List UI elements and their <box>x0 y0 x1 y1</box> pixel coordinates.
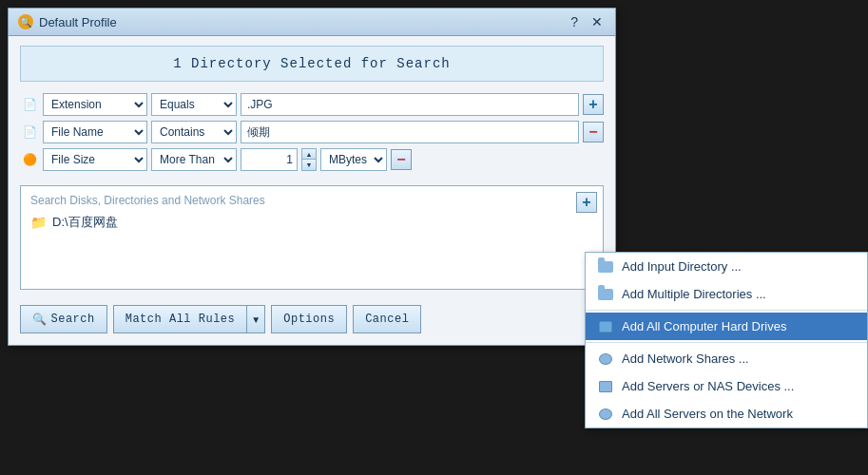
menu-label-add-network-shares: Add Network Shares ... <box>622 352 749 366</box>
folder-add-icon <box>597 260 614 274</box>
folder-icon: 📁 <box>30 215 47 230</box>
filename-field-select[interactable]: File Name <box>43 121 147 143</box>
search-label: Search <box>51 313 95 326</box>
menu-label-add-all-servers: Add All Servers on the Network <box>622 407 793 421</box>
app-icon: 🔍 <box>18 14 33 29</box>
title-bar: 🔍 Default Profile ? ✕ <box>9 9 615 36</box>
filesize-value-input[interactable] <box>241 148 298 171</box>
search-button[interactable]: 🔍 Search <box>20 305 107 333</box>
filter-row-filesize: 🟠 File Size More Than ▲ ▼ MBytes KBytes … <box>20 148 604 171</box>
cancel-button[interactable]: Cancel <box>353 305 421 333</box>
extension-add-button[interactable]: + <box>583 94 604 115</box>
options-button[interactable]: Options <box>271 305 347 333</box>
filename-operator-select[interactable]: Contains <box>151 121 237 143</box>
menu-label-add-all-drives: Add All Computer Hard Drives <box>622 319 786 333</box>
menu-item-add-input-dir[interactable]: Add Input Directory ... <box>586 253 867 280</box>
directory-dropdown-menu: Add Input Directory ... Add Multiple Dir… <box>585 252 868 428</box>
extension-field-select[interactable]: Extension <box>43 93 147 116</box>
network-icon <box>597 352 614 366</box>
menu-item-add-network-shares[interactable]: Add Network Shares ... <box>586 345 867 372</box>
match-rules-main-button[interactable]: Match All Rules <box>113 305 247 333</box>
filter-row-filename: 📄 File Name Contains − <box>20 121 604 143</box>
menu-label-add-multiple-dirs: Add Multiple Directories ... <box>622 287 766 301</box>
filesize-remove-button[interactable]: − <box>391 149 412 170</box>
filesize-icon: 🟠 <box>20 150 39 169</box>
filename-remove-button[interactable]: − <box>583 122 604 142</box>
menu-label-add-servers: Add Servers or NAS Devices ... <box>622 379 794 393</box>
menu-item-add-all-drives[interactable]: Add All Computer Hard Drives <box>586 313 867 340</box>
all-servers-icon <box>597 408 614 421</box>
extension-operator-select[interactable]: Equals <box>151 93 237 116</box>
menu-item-add-multiple-dirs[interactable]: Add Multiple Directories ... <box>586 280 867 308</box>
extension-icon: 📄 <box>20 95 39 114</box>
dialog-title: Default Profile <box>39 15 117 29</box>
title-bar-right: ? ✕ <box>568 14 606 29</box>
menu-item-add-all-servers[interactable]: Add All Servers on the Network <box>586 400 867 428</box>
spin-up-button[interactable]: ▲ <box>302 149 316 160</box>
filename-value-input[interactable] <box>241 121 579 143</box>
directory-add-button[interactable]: + <box>576 192 597 213</box>
folder-multiple-icon <box>597 288 614 301</box>
directory-hint: Search Disks, Directories and Network Sh… <box>21 186 603 211</box>
filesize-unit-select[interactable]: MBytes KBytes Bytes <box>320 148 387 171</box>
menu-label-add-input-dir: Add Input Directory ... <box>622 259 742 274</box>
directory-item: 📁 D:\百度网盘 <box>21 211 603 234</box>
filesize-spinner: ▲ ▼ <box>301 148 317 171</box>
filters-section: 📄 Extension Equals + 📄 File Name Contain… <box>9 89 615 180</box>
close-button[interactable]: ✕ <box>588 14 606 29</box>
match-rules-split-button: Match All Rules ▼ <box>113 305 266 333</box>
server-icon <box>597 380 614 393</box>
extension-value-input[interactable] <box>241 93 579 116</box>
filename-icon: 📄 <box>20 123 39 142</box>
filesize-operator-select[interactable]: More Than <box>151 148 237 171</box>
info-bar: 1 Directory Selected for Search <box>20 46 604 82</box>
filesize-field-select[interactable]: File Size <box>43 148 147 171</box>
filter-row-extension: 📄 Extension Equals + <box>20 93 604 116</box>
search-icon: 🔍 <box>32 313 48 327</box>
help-button[interactable]: ? <box>568 14 581 29</box>
directory-path: D:\百度网盘 <box>52 214 118 231</box>
menu-item-add-servers[interactable]: Add Servers or NAS Devices ... <box>586 372 867 400</box>
directory-panel: Search Disks, Directories and Network Sh… <box>20 185 604 290</box>
menu-divider-1 <box>586 310 867 311</box>
menu-divider-2 <box>586 342 867 343</box>
hdd-icon <box>597 320 614 333</box>
match-rules-arrow-button[interactable]: ▼ <box>246 305 265 333</box>
bottom-bar: 🔍 Search Match All Rules ▼ Options Cance… <box>9 295 615 345</box>
main-dialog: 🔍 Default Profile ? ✕ 1 Directory Select… <box>8 8 616 346</box>
title-bar-left: 🔍 Default Profile <box>18 14 117 29</box>
spin-down-button[interactable]: ▼ <box>302 160 316 170</box>
